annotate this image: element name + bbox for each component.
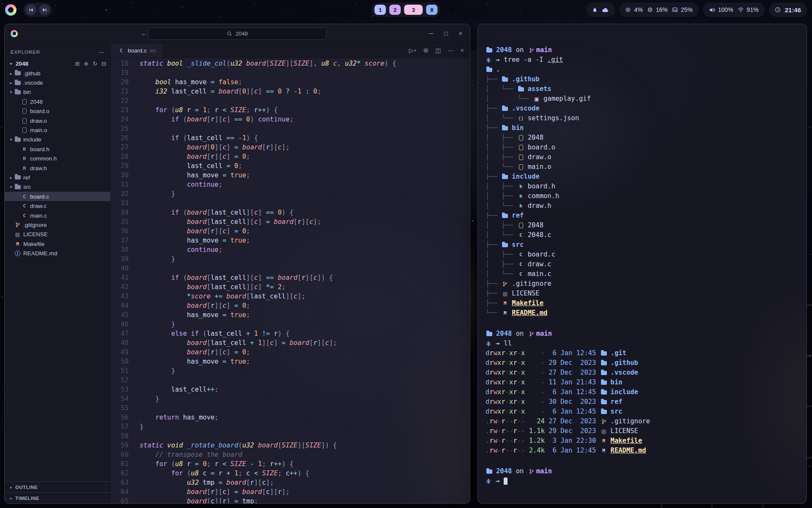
maximize-button[interactable]: □ [444,30,447,37]
entry-name: ref [512,211,524,221]
prompt-line: 2048 on main [486,467,807,476]
entry-name: .gitignore [611,417,650,426]
volume-stat: 100% [709,6,733,13]
branch-name: main [536,467,552,476]
code-line: 64 board[r][c] = board[c][r]; [111,487,470,497]
speaker-icon [709,7,715,13]
file-name: .gitignore [23,222,47,228]
file-size: 1.2k [529,436,545,446]
explorer-item-board.o[interactable]: board.o [5,107,110,116]
object-file-icon [519,145,523,150]
terminal-window[interactable]: 2048 on main→tree -a -I .git.├── .github… [477,24,807,504]
command-center-search[interactable]: 2048 [148,28,326,40]
entry-name: 2048.c [528,230,551,240]
explorer-item-.github[interactable]: ▸.github [5,69,110,78]
launcher-icon[interactable] [5,4,16,16]
minimize-button[interactable]: ─ [429,30,433,37]
clock-widget[interactable]: 21:46 [769,3,807,17]
explorer-item-draw.o[interactable]: draw.o [5,116,110,125]
editor-pane: C board.c src ▷▾◫⋯× 18static bool _slide… [111,43,470,503]
explorer-item-2048[interactable]: 2048 [5,97,110,106]
explorer-item-bin[interactable]: ▾bin [5,88,110,97]
line-number: 57 [111,422,129,431]
explorer-item-include[interactable]: ▾include [5,135,110,144]
close-button[interactable]: × [459,30,462,37]
line-number: 45 [111,310,129,320]
memory-value: 16% [656,6,668,13]
explorer-item-src[interactable]: ▾src [5,182,110,192]
workspace-3[interactable]: 3 [404,5,423,15]
explorer-menu-icon[interactable]: ⋯ [99,49,104,55]
workspace-2[interactable]: 2 [390,5,401,15]
settings-gear-icon[interactable] [423,47,429,53]
folder-icon [601,351,607,356]
chevron-right-icon: ▸ [10,496,12,500]
explorer-item-draw.c[interactable]: Cdraw.c [5,201,110,210]
refresh-icon[interactable]: ↻ [93,61,97,67]
explorer-item-ref[interactable]: ▸ref [5,173,110,182]
disk-icon [672,7,678,13]
skip-back-icon [28,7,34,13]
c-source-icon: C [519,262,522,267]
code-line: 45 has_move = true; [111,310,470,320]
line-number: 44 [111,301,129,310]
new-folder-icon[interactable]: ⊕ [84,61,88,67]
git-branch-icon [15,222,20,228]
split-editor-icon[interactable]: ◫ [436,47,441,54]
code-line: 27 board[0][c] = board[r][c]; [111,143,470,152]
entry-name: 2048 [528,221,543,230]
skip-forward-button[interactable] [39,4,50,15]
explorer-item-board.c[interactable]: Cboard.c [5,192,110,201]
timeline-section[interactable]: ▸ TIMELINE [5,492,110,503]
outline-section[interactable]: ▸ OUTLINE [5,481,110,492]
workspace-1[interactable]: 1 [375,5,386,15]
h-header-icon: H [23,156,26,161]
explorer-item-Makefile[interactable]: MMakefile [5,239,110,248]
skip-back-button[interactable] [25,4,36,15]
code-line: 55 [111,403,470,413]
explorer-item-board.h[interactable]: Hboard.h [5,144,110,154]
code-line: 24 if (board[r][c] == 0) continue; [111,115,470,124]
folder-icon [486,48,492,52]
code-area[interactable]: 18static bool _slide_col(u32 board[SIZE]… [111,58,470,503]
line-number: 27 [111,143,129,152]
explorer-item-common.h[interactable]: Hcommon.h [5,154,110,163]
h-header-icon: H [23,147,26,152]
more-actions-icon[interactable]: ⋯ [448,47,454,54]
explorer-item-.gitignore[interactable]: .gitignore [5,220,110,229]
explorer-item-draw.h[interactable]: Hdraw.h [5,163,110,173]
weather-widget[interactable] [586,3,615,17]
chevron-icon: ▾ [8,185,14,189]
new-file-icon[interactable]: ⊞ [75,61,80,67]
editor-titlebar[interactable]: ← → 2048 ─□× [5,24,470,43]
code-line: 21 i32 last_cell = board[0][c] == 0 ? -1… [111,87,470,96]
c-source-icon: C [519,233,522,237]
file-name: Makefile [23,241,44,247]
license-book-icon: ▤ [15,232,20,237]
nix-snowflake-icon [486,478,491,484]
window-controls: ─□× [429,30,462,37]
run-button[interactable]: ▷▾ [409,47,416,54]
workspace-8[interactable]: 8 [426,5,438,15]
modified-date: 6 Jan 12:45 [549,446,596,456]
collapse-all-icon[interactable]: ⊟ [102,61,106,67]
explorer-item-main.c[interactable]: Cmain.c [5,211,110,220]
back-arrow-icon[interactable]: ← [141,30,148,37]
project-root-row[interactable]: ▾ 2048 ⊞⊕↻⊟ [5,58,110,69]
c-source-icon: C [23,204,26,208]
close-editor-icon[interactable]: × [461,47,464,54]
explorer-title: EXPLORER [11,50,40,55]
volume-network-widget[interactable]: 100% 91% [703,3,765,17]
line-number: 31 [111,180,129,189]
prompt-arrow-icon: → [496,55,499,65]
entry-name: main.c [528,269,551,279]
explorer-item-.vscode[interactable]: ▸.vscode [5,78,110,87]
explorer-item-main.o[interactable]: main.o [5,125,110,135]
modified-date: 6 Jan 12:45 [549,348,596,358]
system-stats-widget[interactable]: 4% 16% 25% [619,3,698,17]
explorer-item-README.md[interactable]: iREADME.md [5,248,110,258]
file-name: board.c [30,193,49,200]
explorer-item-LICENSE[interactable]: ▤LICENSE [5,230,110,239]
h-header-icon: h [519,194,522,199]
tab-board-c[interactable]: C board.c src [111,43,163,58]
